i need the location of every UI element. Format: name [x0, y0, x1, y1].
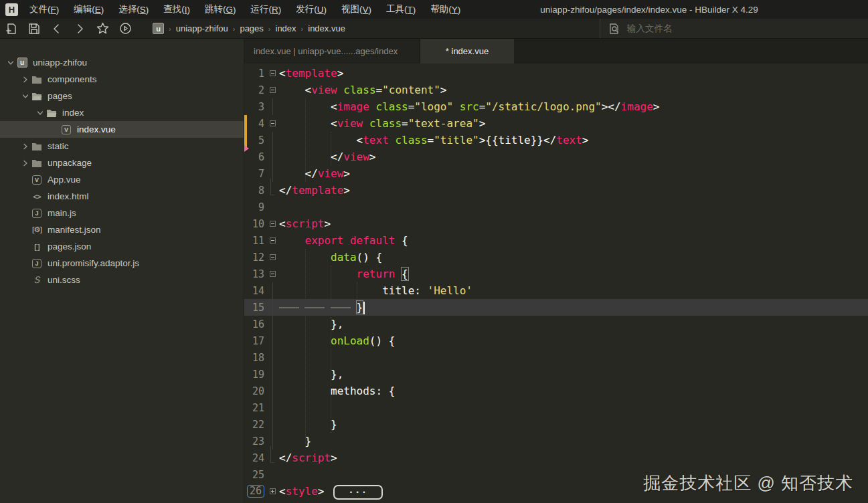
- menu-item-y[interactable]: 帮助(Y): [423, 0, 468, 19]
- code-line-14[interactable]: 14 title: 'Hello': [244, 282, 868, 299]
- fold-collapse-icon[interactable]: [267, 115, 278, 132]
- save-button[interactable]: [23, 19, 46, 39]
- breadcrumb-item-pages[interactable]: pages: [240, 23, 263, 33]
- line-number[interactable]: 17: [244, 335, 267, 347]
- tree-item-uni-promisify-adaptor-js[interactable]: Juni.promisify.adaptor.js: [0, 255, 244, 272]
- tree-expander[interactable]: [20, 160, 30, 167]
- menu-item-t[interactable]: 工具(T): [379, 0, 423, 19]
- tree-expander[interactable]: [5, 60, 15, 66]
- tree-item-uni-scss[interactable]: Suni.scss: [0, 272, 244, 288]
- tab-index-vue-preview[interactable]: index.vue | uniapp-vue......ages/index: [244, 39, 420, 64]
- menu-item-r[interactable]: 运行(R): [244, 0, 289, 19]
- tree-item-index[interactable]: index: [0, 104, 244, 121]
- line-number[interactable]: 25: [244, 469, 267, 481]
- code-line-5[interactable]: 5 <text class="title">{{title}}</text>: [244, 132, 868, 148]
- code-line-21[interactable]: 21: [244, 399, 868, 416]
- menu-item-v[interactable]: 视图(V): [334, 0, 379, 19]
- tree-item-app-vue[interactable]: VApp.vue: [0, 171, 244, 188]
- line-number[interactable]: 20: [244, 385, 267, 397]
- tree-expander[interactable]: [35, 110, 45, 116]
- code-line-15[interactable]: 15}: [244, 299, 868, 316]
- code-line-6[interactable]: 6 </view>: [244, 148, 868, 165]
- fold-collapse-icon[interactable]: [267, 215, 278, 232]
- tree-expander[interactable]: [20, 76, 30, 83]
- menu-item-e[interactable]: 编辑(E): [66, 0, 111, 19]
- code-line-23[interactable]: 23 }: [244, 433, 868, 449]
- menu-item-i[interactable]: 查找(I): [156, 0, 197, 19]
- favorite-button[interactable]: [91, 19, 114, 39]
- tree-item-manifest-json[interactable]: [⚙]manifest.json: [0, 221, 244, 238]
- line-number[interactable]: 11: [244, 235, 267, 247]
- breadcrumb-item-project[interactable]: uniapp-zhifou: [176, 23, 228, 33]
- line-number[interactable]: 24: [244, 452, 267, 464]
- line-number[interactable]: 26: [244, 485, 267, 498]
- menu-item-s[interactable]: 选择(S): [111, 0, 156, 19]
- code-line-16[interactable]: 16 },: [244, 316, 868, 332]
- tree-item-index-html[interactable]: <>index.html: [0, 188, 244, 205]
- line-number[interactable]: 2: [244, 84, 267, 96]
- line-number[interactable]: 23: [244, 435, 267, 447]
- code-line-20[interactable]: 20 methods: {: [244, 383, 868, 399]
- line-number[interactable]: 8: [244, 185, 267, 197]
- tree-item-components[interactable]: components: [0, 71, 244, 88]
- code-line-12[interactable]: 12 data() {: [244, 249, 868, 266]
- file-search-input[interactable]: 输入文件名: [600, 19, 868, 38]
- forward-button[interactable]: [68, 19, 91, 39]
- fold-collapse-icon[interactable]: [267, 65, 278, 82]
- line-number[interactable]: 1: [244, 68, 267, 80]
- code-line-7[interactable]: 7 </view>: [244, 165, 868, 182]
- breadcrumb-item-file[interactable]: index.vue: [308, 23, 345, 33]
- tree-item-pages[interactable]: pages: [0, 88, 244, 104]
- line-number[interactable]: 7: [244, 168, 267, 180]
- fold-collapse-icon[interactable]: [267, 232, 278, 249]
- tree-item-uniapp-zhifou[interactable]: uuniapp-zhifou: [0, 54, 244, 71]
- line-number[interactable]: 13: [244, 268, 267, 280]
- new-file-button[interactable]: [0, 19, 23, 39]
- code-line-1[interactable]: 1<template>: [244, 65, 868, 82]
- code-line-19[interactable]: 19 },: [244, 366, 868, 383]
- code-line-4[interactable]: 4 <view class="text-area">: [244, 115, 868, 132]
- tree-item-index-vue[interactable]: Vindex.vue: [0, 121, 244, 138]
- line-number[interactable]: 19: [244, 369, 267, 381]
- fold-collapse-icon[interactable]: [267, 82, 278, 98]
- back-button[interactable]: [46, 19, 68, 39]
- line-number[interactable]: 5: [244, 134, 267, 146]
- code-editor[interactable]: 1<template>2 <view class="content">3 <im…: [244, 64, 868, 503]
- breadcrumb-item-index[interactable]: index: [276, 23, 296, 33]
- line-number[interactable]: 22: [244, 419, 267, 431]
- menu-item-u[interactable]: 发行(U): [288, 0, 334, 19]
- line-number[interactable]: 21: [244, 402, 267, 414]
- fold-expand-icon[interactable]: [267, 483, 278, 500]
- code-line-22[interactable]: 22 }: [244, 416, 868, 433]
- line-number[interactable]: 15: [244, 302, 267, 314]
- tree-expander[interactable]: [20, 143, 30, 150]
- code-line-11[interactable]: 11 export default {: [244, 232, 868, 249]
- line-number[interactable]: 6: [244, 151, 267, 163]
- code-line-2[interactable]: 2 <view class="content">: [244, 82, 868, 98]
- line-number[interactable]: 10: [244, 218, 267, 230]
- run-button[interactable]: [114, 19, 137, 39]
- code-line-3[interactable]: 3 <image class="logo" src="/static/logo.…: [244, 98, 868, 115]
- tree-expander[interactable]: [20, 93, 30, 100]
- line-number[interactable]: 14: [244, 285, 267, 297]
- menu-item-f[interactable]: 文件(F): [22, 0, 66, 19]
- line-number[interactable]: 18: [244, 352, 267, 364]
- fold-collapse-icon[interactable]: [267, 249, 278, 266]
- code-line-13[interactable]: 13 return {: [244, 266, 868, 282]
- line-number[interactable]: 9: [244, 201, 267, 213]
- tree-item-pages-json[interactable]: [ ]pages.json: [0, 238, 244, 255]
- fold-collapse-icon[interactable]: [267, 266, 278, 282]
- code-line-10[interactable]: 10<script>: [244, 215, 868, 232]
- code-line-24[interactable]: 24</script>: [244, 449, 868, 466]
- code-line-18[interactable]: 18: [244, 349, 868, 366]
- tree-item-static[interactable]: static: [0, 138, 244, 155]
- tree-item-main-js[interactable]: Jmain.js: [0, 205, 244, 221]
- line-number[interactable]: 16: [244, 318, 267, 330]
- collapsed-fold-pill[interactable]: ···: [333, 485, 382, 500]
- line-number[interactable]: 3: [244, 101, 267, 113]
- tab-index-vue-active[interactable]: * index.vue: [420, 39, 514, 64]
- line-number[interactable]: 12: [244, 252, 267, 264]
- line-number[interactable]: 4: [244, 118, 267, 130]
- code-line-9[interactable]: 9: [244, 199, 868, 215]
- code-line-17[interactable]: 17 onLoad() {: [244, 332, 868, 349]
